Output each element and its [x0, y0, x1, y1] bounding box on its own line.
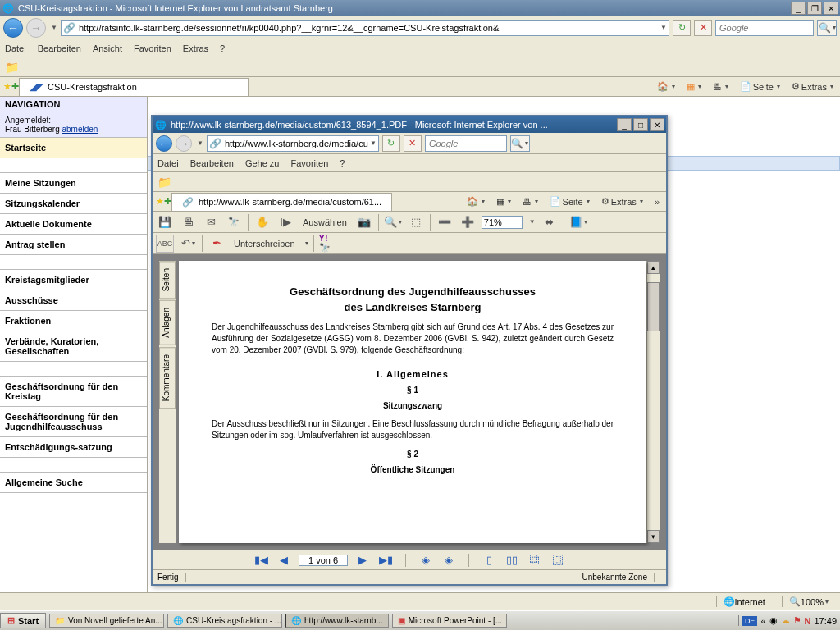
- pdf-menu-favoriten[interactable]: Favoriten: [291, 158, 329, 168]
- pdf-search-button[interactable]: 🔍▾: [510, 135, 530, 152]
- zoom-plus-icon[interactable]: ➕: [459, 213, 477, 231]
- pdf-stop-button[interactable]: ✕: [404, 135, 422, 152]
- pdf-extras-menu[interactable]: ⚙ Extras▾: [598, 196, 646, 207]
- nav-back-page-button[interactable]: ◈: [418, 553, 434, 568]
- pdf-app-icon[interactable]: 📁: [156, 175, 172, 189]
- last-page-button[interactable]: ▶▮: [377, 553, 394, 568]
- view-continuous-icon[interactable]: ▯▯: [504, 553, 520, 568]
- next-page-button[interactable]: ▶: [354, 553, 371, 568]
- spellcheck-icon[interactable]: ABC: [156, 235, 174, 253]
- view-single-icon[interactable]: ▯: [481, 553, 497, 568]
- menu-favoriten[interactable]: Favoriten: [134, 43, 171, 53]
- sidebar-item-allgemeine-suche[interactable]: Allgemeine Suche: [0, 472, 147, 493]
- save-icon[interactable]: 💾: [156, 213, 174, 231]
- sidetab-kommentare[interactable]: Kommentare: [159, 347, 176, 409]
- url-dropdown[interactable]: ▼: [660, 24, 667, 31]
- sign-label[interactable]: Unterschreiben: [231, 239, 299, 249]
- menu-hilfe[interactable]: ?: [220, 43, 225, 53]
- status-zoom[interactable]: 🔍 100% ▾: [782, 596, 835, 607]
- pdf-search-input[interactable]: [429, 139, 503, 148]
- stop-button[interactable]: ✕: [694, 20, 712, 36]
- pdf-menu-datei[interactable]: Datei: [158, 158, 179, 168]
- tray-icon-n[interactable]: N: [805, 616, 811, 626]
- tray-icon-3[interactable]: ⚑: [793, 615, 801, 626]
- page-menu[interactable]: 📄 Seite▾: [737, 81, 783, 92]
- pdf-close-button[interactable]: ✕: [650, 118, 664, 131]
- find-icon[interactable]: 🔭: [225, 213, 243, 231]
- menu-extras[interactable]: Extras: [183, 43, 208, 53]
- sidebar-item-verbaende[interactable]: Verbände, Kuratorien, Gesellschaften: [0, 331, 147, 362]
- sidebar-item-aktuelle-dokumente[interactable]: Aktuelle Dokumente: [0, 214, 147, 235]
- forward-button[interactable]: →: [26, 18, 46, 38]
- sidetab-seiten[interactable]: Seiten: [159, 261, 176, 299]
- extras-menu[interactable]: ⚙ Extras▾: [788, 81, 837, 92]
- pdf-search-box[interactable]: [425, 135, 507, 152]
- refresh-button[interactable]: ↻: [673, 20, 691, 36]
- sidebar-item-fraktionen[interactable]: Fraktionen: [0, 311, 147, 331]
- email-icon[interactable]: ✉: [202, 213, 220, 231]
- task-pdf[interactable]: 🌐http://www.lk-starnb...: [285, 614, 389, 628]
- feeds-button[interactable]: ▦▾: [683, 81, 705, 92]
- first-page-button[interactable]: ▮◀: [253, 553, 269, 568]
- nav-fwd-page-button[interactable]: ◈: [441, 553, 457, 568]
- back-button[interactable]: ←: [3, 18, 23, 38]
- zoom-in-icon[interactable]: 🔍▾: [384, 213, 402, 231]
- scroll-up-icon[interactable]: ▴: [647, 261, 660, 274]
- snapshot-icon[interactable]: 📷: [355, 213, 373, 231]
- pdf-feeds-button[interactable]: ▦▾: [493, 196, 514, 207]
- sidebar-item-meine-sitzungen[interactable]: Meine Sitzungen: [0, 173, 147, 194]
- fit-width-icon[interactable]: ⬌: [541, 213, 559, 231]
- restore-button[interactable]: ❐: [807, 2, 822, 15]
- tab-csu[interactable]: ◢◤ CSU-Kreistagsfraktion: [19, 78, 249, 96]
- pdf-address-bar[interactable]: 🔗 ▼: [207, 135, 379, 152]
- lang-indicator[interactable]: DE: [742, 616, 758, 626]
- sidebar-item-entschaedigung[interactable]: Entschädigungs-satzung: [0, 437, 147, 458]
- pdf-menu-gehezu[interactable]: Gehe zu: [245, 158, 280, 168]
- close-button[interactable]: ✕: [824, 2, 838, 15]
- sidebar-item-startseite[interactable]: Startseite: [0, 138, 147, 158]
- add-favorite-icon[interactable]: ✚: [11, 81, 19, 92]
- logout-link[interactable]: abmelden: [62, 125, 98, 134]
- search-box[interactable]: [715, 20, 814, 36]
- scroll-thumb[interactable]: [647, 282, 660, 331]
- pdf-url-input[interactable]: [225, 139, 368, 148]
- prev-page-button[interactable]: ◀: [276, 553, 292, 568]
- favorites-star-icon[interactable]: ★: [3, 81, 11, 92]
- tray-icon-2[interactable]: ☁: [781, 615, 790, 626]
- pdf-vscrollbar[interactable]: ▴ ▾: [646, 261, 660, 543]
- history-dropdown[interactable]: ▼: [51, 24, 57, 31]
- pdf-home-button[interactable]: 🏠▾: [463, 196, 488, 207]
- view-cont-facing-icon[interactable]: ⿴: [550, 553, 566, 568]
- pdf-forward-button[interactable]: →: [176, 135, 192, 152]
- pdf-url-dropdown[interactable]: ▼: [370, 139, 377, 147]
- select-tool-label[interactable]: Auswählen: [299, 217, 350, 227]
- yahoo-icon[interactable]: Y!🔭: [319, 235, 337, 253]
- view-facing-icon[interactable]: ⿻: [527, 553, 543, 568]
- zoom-out-icon[interactable]: ➖: [436, 213, 454, 231]
- pdf-tab[interactable]: 🔗 http://www.lk-starnberg.de/media/custo…: [171, 193, 392, 211]
- zoom-dropdown[interactable]: ▼: [529, 218, 536, 226]
- task-novell[interactable]: 📁Von Novell gelieferte An...: [49, 614, 164, 628]
- start-button[interactable]: ⊞ Start: [0, 613, 46, 628]
- pdf-page-menu[interactable]: 📄 Seite▾: [546, 196, 593, 207]
- sign-icon[interactable]: ✒: [208, 235, 226, 253]
- sidebar-item-antrag-stellen[interactable]: Antrag stellen: [0, 235, 147, 255]
- task-powerpoint[interactable]: ▣Microsoft PowerPoint - [...: [392, 614, 507, 628]
- pdf-more-icon[interactable]: »: [651, 197, 663, 207]
- sidebar-item-kreistagsmitglieder[interactable]: Kreistagsmitglieder: [0, 270, 147, 290]
- sidetab-anlagen[interactable]: Anlagen: [159, 300, 176, 345]
- select-tool-icon[interactable]: I▶: [276, 213, 294, 231]
- pdf-back-button[interactable]: ←: [156, 135, 172, 152]
- zoom-input[interactable]: [482, 216, 523, 229]
- pdf-menu-hilfe[interactable]: ?: [340, 158, 345, 168]
- sidebar-item-ausschuesse[interactable]: Ausschüsse: [0, 290, 147, 311]
- pdf-menu-bearbeiten[interactable]: Bearbeiten: [190, 158, 234, 168]
- page-input[interactable]: [299, 555, 348, 566]
- print-button[interactable]: 🖶▾: [710, 82, 732, 92]
- help-icon[interactable]: 📘▾: [569, 213, 587, 231]
- task-csu[interactable]: 🌐CSU-Kreistagsfraktion - ...: [167, 614, 282, 628]
- tray-icon-1[interactable]: ◉: [769, 615, 778, 626]
- search-input[interactable]: [719, 23, 810, 33]
- sidebar-item-sitzungskalender[interactable]: Sitzungskalender: [0, 194, 147, 214]
- pdf-print-button[interactable]: 🖶▾: [519, 197, 541, 207]
